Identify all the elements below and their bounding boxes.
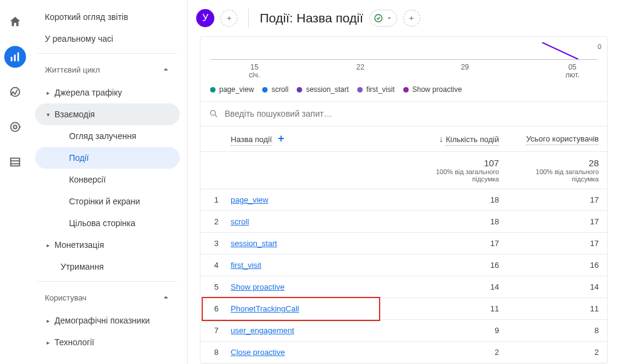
table-row: 8Close proactive22 — [200, 342, 607, 363]
caret-down-icon: ▾ — [45, 111, 51, 118]
check-circle-icon — [374, 13, 383, 23]
segment-chip[interactable]: У — [196, 9, 214, 27]
cell-events: 9 — [409, 320, 507, 342]
search-input[interactable] — [225, 109, 599, 119]
cell-users: 8 — [507, 320, 607, 342]
chevron-up-icon — [160, 292, 171, 303]
rail-explore-icon[interactable] — [4, 81, 26, 103]
rail-ads-icon[interactable] — [4, 116, 26, 138]
event-link[interactable]: page_view — [231, 195, 268, 204]
caret-right-icon: ▸ — [45, 317, 51, 324]
svg-point-5 — [13, 125, 17, 129]
caret-right-icon: ▸ — [45, 242, 51, 249]
row-index: 3 — [200, 233, 222, 255]
chart: 0 — [210, 41, 598, 60]
legend-item[interactable]: first_visit — [357, 85, 395, 94]
sidebar-item-traffic-sources[interactable]: ▸Джерела трафіку — [35, 82, 180, 103]
event-link[interactable]: first_visit — [231, 261, 262, 270]
event-link[interactable]: user_engagement — [231, 326, 294, 335]
table-row: 6PhonetTrackingCall1111 — [200, 298, 607, 320]
search-icon — [209, 109, 219, 119]
sidebar-reports-overview[interactable]: Короткий огляд звітів — [35, 6, 180, 28]
events-table: Назва події+ ↓Кількість подій Усього кор… — [200, 126, 607, 363]
col-total-users[interactable]: Усього користувачів — [507, 126, 607, 152]
svg-rect-1 — [14, 54, 16, 61]
sidebar-group-user[interactable]: Користувач — [35, 285, 180, 310]
cell-users: 16 — [507, 255, 607, 276]
plus-icon: ＋ — [407, 13, 415, 24]
event-link[interactable]: Close proactive — [231, 348, 285, 357]
table-row: 3session_start1717 — [200, 233, 607, 255]
chart-legend: page_viewscrollsession_startfirst_visitS… — [200, 79, 607, 101]
add-dimension-button[interactable]: + — [278, 132, 285, 145]
legend-dot-icon — [210, 87, 216, 93]
sidebar-item-pages-screens[interactable]: Сторінки й екрани — [35, 190, 180, 212]
add-comparison-button[interactable]: ＋ — [220, 10, 237, 27]
legend-item[interactable]: scroll — [262, 85, 288, 94]
legend-item[interactable]: page_view — [210, 85, 254, 94]
svg-point-4 — [10, 123, 19, 132]
sidebar-item-retention[interactable]: Утримання — [35, 256, 180, 278]
legend-dot-icon — [357, 87, 363, 93]
svg-rect-2 — [17, 53, 19, 62]
cell-events: 17 — [409, 233, 507, 255]
legend-dot-icon — [297, 87, 302, 93]
legend-dot-icon — [262, 87, 268, 93]
events-card: 0 15січ. 22 29 05лют. page_viewscrollses… — [200, 36, 608, 363]
sidebar-realtime[interactable]: У реальному часі — [35, 28, 180, 50]
row-index: 4 — [200, 255, 222, 276]
plus-icon: ＋ — [225, 13, 233, 24]
sidebar-item-technologies[interactable]: ▸Технології — [35, 331, 180, 353]
sidebar-group-lifecycle[interactable]: Життєвий цикл — [35, 57, 180, 82]
rail-config-icon[interactable] — [4, 151, 26, 173]
col-event-name[interactable]: Назва події+ — [222, 126, 409, 152]
sidebar-item-engagement[interactable]: ▾Взаємодія — [35, 103, 180, 125]
table-search — [200, 101, 607, 126]
legend-item[interactable]: Show proactive — [403, 85, 462, 94]
add-metric-button[interactable]: ＋ — [403, 10, 420, 27]
x-axis: 15січ. 22 29 05лют. — [200, 61, 607, 79]
table-row: 7user_engagement98 — [200, 320, 607, 342]
sidebar-item-monetization[interactable]: ▸Монетизація — [35, 234, 180, 256]
table-row: 2scroll1817 — [200, 211, 607, 233]
status-pill[interactable] — [369, 10, 397, 27]
sidebar-item-engagement-overview[interactable]: Огляд залучення — [35, 125, 180, 147]
svg-point-3 — [10, 88, 19, 97]
cell-users: 17 — [507, 211, 607, 233]
left-rail — [0, 0, 30, 364]
cell-events: 2 — [409, 342, 507, 363]
event-link[interactable]: scroll — [231, 217, 249, 226]
sidebar-item-demographics[interactable]: ▸Демографічні показники — [35, 310, 180, 331]
col-event-count[interactable]: ↓Кількість подій — [409, 126, 507, 152]
sort-desc-icon: ↓ — [439, 134, 443, 144]
svg-point-10 — [211, 111, 216, 115]
cell-events: 16 — [409, 255, 507, 276]
cell-events: 18 — [409, 189, 507, 211]
cell-events: 18 — [409, 211, 507, 233]
sidebar-item-landing-page[interactable]: Цільова сторінка — [35, 212, 180, 234]
row-index: 7 — [200, 320, 222, 342]
topbar: У ＋ Події: Назва події ＋ — [188, 0, 620, 36]
table-row: 4first_visit1616 — [200, 255, 607, 276]
cell-users: 17 — [507, 233, 607, 255]
svg-rect-6 — [10, 158, 19, 166]
table-row: 1page_view1817 — [200, 189, 607, 211]
sidebar-item-events[interactable]: Події — [35, 147, 180, 169]
event-link[interactable]: Show proactive — [231, 282, 285, 291]
caret-right-icon: ▸ — [45, 339, 51, 346]
caret-down-icon — [386, 15, 393, 22]
legend-item[interactable]: session_start — [297, 85, 349, 94]
cell-events: 14 — [409, 276, 507, 298]
cell-events: 11 — [409, 298, 507, 320]
caret-right-icon: ▸ — [45, 89, 51, 96]
event-link[interactable]: session_start — [231, 239, 277, 248]
row-index: 6 — [200, 298, 222, 320]
sidebar-item-conversions[interactable]: Конверсії — [35, 169, 180, 190]
legend-dot-icon — [403, 87, 409, 93]
event-link[interactable]: PhonetTrackingCall — [231, 304, 299, 313]
rail-home-icon[interactable] — [4, 11, 26, 33]
chevron-up-icon — [160, 64, 171, 75]
sidebar: Короткий огляд звітів У реальному часі Ж… — [30, 0, 188, 364]
row-index: 8 — [200, 342, 222, 363]
rail-reports-icon[interactable] — [4, 46, 26, 68]
